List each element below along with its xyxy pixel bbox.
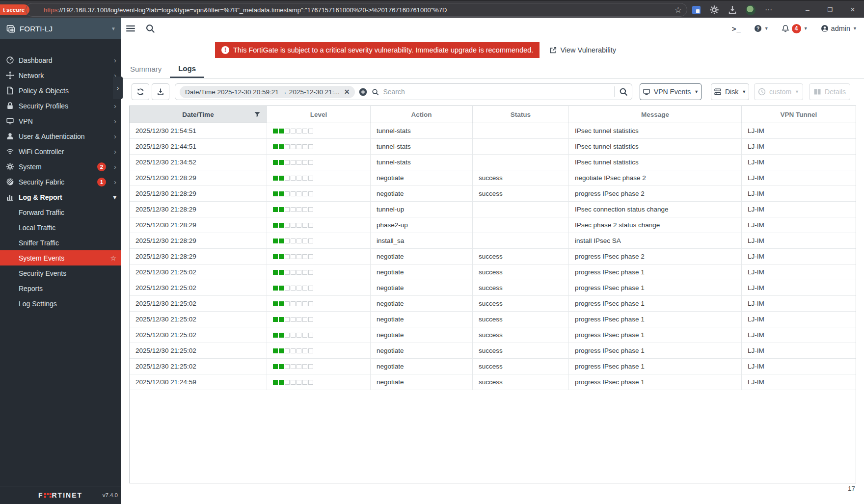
cell-status [473,139,569,154]
log-table-row[interactable]: 2025/12/30 21:28:29phase2-upIPsec phase … [130,217,856,233]
profile-avatar[interactable] [746,5,756,15]
svg-text:?: ? [756,26,759,31]
log-table-row[interactable]: 2025/12/30 21:25:02negotiatesuccessprogr… [130,359,856,374]
log-table-row[interactable]: 2025/12/30 21:25:02negotiatesuccessprogr… [130,343,856,359]
favorite-star-icon[interactable]: ☆ [110,254,116,262]
log-table-row[interactable]: 2025/12/30 21:28:29negotiatesuccessnegot… [130,170,856,186]
external-link-icon [549,47,557,54]
download-log-button[interactable] [152,83,169,100]
filter-funnel-icon[interactable] [254,111,261,118]
sidebar-item-local-traffic[interactable]: Local Traffic [0,220,121,235]
column-header-date-time[interactable]: Date/Time [130,106,267,123]
window-close-button[interactable]: × [841,1,864,19]
sidebar-item-label: WiFi Controller [19,148,64,156]
log-storage-dropdown[interactable]: Disk▼ [711,83,749,100]
view-vulnerability-link[interactable]: View Vulnerability [549,46,616,54]
tab-summary[interactable]: Summary [122,60,170,78]
sidebar-item-system[interactable]: System2› [0,159,121,174]
help-menu[interactable]: ?▼ [754,25,769,32]
sidebar-item-policy-objects[interactable]: Policy & Objects› [0,83,121,98]
clock-icon [758,88,766,96]
sidebar-item-security-fabric[interactable]: Security Fabric1› [0,174,121,189]
sidebar-item-sniffer-traffic[interactable]: Sniffer Traffic [0,235,121,250]
user-icon [6,132,14,140]
browser-menu-icon[interactable]: ⋯ [764,5,774,15]
bookmark-star-icon[interactable]: ☆ [675,5,682,15]
window-minimize-button[interactable]: – [796,1,819,19]
column-header-message[interactable]: Message [569,106,742,123]
level-indicator [273,333,313,338]
level-indicator [273,223,313,228]
sidebar-item-user-authentication[interactable]: User & Authentication› [0,129,121,144]
cell-status: success [473,296,569,311]
log-table-row[interactable]: 2025/12/30 21:25:02negotiatesuccessprogr… [130,327,856,343]
cell-level [267,170,371,186]
run-search-icon[interactable] [619,87,628,96]
sidebar-item-vpn[interactable]: VPN› [0,113,121,129]
log-table-row[interactable]: 2025/12/30 21:24:59negotiatesuccessprogr… [130,374,856,390]
alert-icon: ! [221,46,229,54]
log-table-row[interactable]: 2025/12/30 21:28:29tunnel-upIPsec connec… [130,202,856,217]
sidebar-item-reports[interactable]: Reports [0,281,121,296]
datetime-filter-pill[interactable]: Date/Time 2025-12-30 20:59:21 → 2025-12-… [180,86,355,98]
cell-datetime: 2025/12/30 21:28:29 [130,186,267,201]
table-header-row: Date/TimeLevelActionStatusMessageVPN Tun… [130,106,856,123]
log-table-row[interactable]: 2025/12/30 21:34:52tunnel-statsIPsec tun… [130,155,856,170]
cell-vpn-tunnel: LJ-IM [742,327,856,343]
log-table-row[interactable]: 2025/12/30 21:25:02negotiatesuccessprogr… [130,296,856,312]
column-header-vpn-tunnel[interactable]: VPN Tunnel [742,106,856,123]
extensions-icon[interactable] [709,5,719,15]
column-header-action[interactable]: Action [371,106,473,123]
sidebar-item-forward-traffic[interactable]: Forward Traffic [0,205,121,220]
log-type-dropdown[interactable]: VPN Events▼ [640,83,702,100]
cell-vpn-tunnel: LJ-IM [742,249,856,264]
sidebar-collapse-handle[interactable]: › [113,77,123,99]
columns-icon [813,88,821,96]
cli-console-button[interactable]: >_ [732,25,741,33]
disk-icon [714,88,722,96]
log-table-row[interactable]: 2025/12/30 21:54:51tunnel-statsIPsec tun… [130,123,856,139]
page-url: https://192.168.37.100/log/event-log?tab… [44,6,671,14]
notifications-menu[interactable]: 4▼ [782,24,808,33]
menu-toggle-icon[interactable] [126,24,135,33]
log-table-row[interactable]: 2025/12/30 21:25:02negotiatesuccessprogr… [130,280,856,296]
cell-level [267,139,371,154]
sidebar-item-wifi-controller[interactable]: WiFi Controller› [0,144,121,159]
monitor-icon [643,88,650,96]
sidebar-item-log-settings[interactable]: Log Settings [0,296,121,311]
log-table-row[interactable]: 2025/12/30 21:28:29negotiatesuccessprogr… [130,186,856,202]
time-range-dropdown[interactable]: custom▼ [754,83,803,100]
device-selector[interactable]: FORTI-LJ ▼ [0,18,121,39]
log-table-row[interactable]: 2025/12/30 21:44:51tunnel-statsIPsec tun… [130,139,856,155]
address-bar[interactable]: https://192.168.37.100/log/event-log?tab… [26,3,687,17]
sidebar-item-security-profiles[interactable]: Security Profiles› [0,98,121,113]
sidebar-item-system-events[interactable]: System Events☆ [0,250,121,265]
sidebar-item-network[interactable]: Network› [0,68,121,83]
sidebar: Dashboard›Network›Policy & Objects›Secur… [0,39,121,504]
sidebar-item-security-events[interactable]: Security Events [0,265,121,281]
refresh-button[interactable] [132,83,149,100]
window-maximize-button[interactable]: ❐ [819,1,841,19]
column-header-status[interactable]: Status [473,106,569,123]
sidebar-item-log-report[interactable]: Log & Report▾ [0,189,121,205]
level-indicator [273,348,313,353]
global-search-icon[interactable] [145,24,155,33]
cell-message: progress IPsec phase 1 [569,327,742,343]
log-table-row[interactable]: 2025/12/30 21:25:02negotiatesuccessprogr… [130,312,856,327]
details-toggle-button[interactable]: Details [809,83,850,100]
password-manager-icon[interactable] [691,5,701,15]
cell-status: success [473,265,569,280]
log-table-row[interactable]: 2025/12/30 21:28:29install_sainstall IPs… [130,233,856,249]
downloads-icon[interactable] [728,5,737,15]
log-search-input[interactable]: Date/Time 2025-12-30 20:59:21 → 2025-12-… [175,83,632,100]
log-table-row[interactable]: 2025/12/30 21:25:02negotiatesuccessprogr… [130,265,856,280]
chevron-right-icon: › [114,117,116,125]
log-table-row[interactable]: 2025/12/30 21:28:29negotiatesuccessprogr… [130,249,856,265]
remove-filter-icon[interactable]: ✕ [344,88,350,96]
user-menu[interactable]: admin▼ [821,25,857,32]
tab-logs[interactable]: Logs [170,60,204,78]
column-header-level[interactable]: Level [267,106,371,123]
sidebar-item-dashboard[interactable]: Dashboard› [0,53,121,68]
cell-message: progress IPsec phase 1 [569,265,742,280]
add-filter-icon[interactable] [359,88,367,96]
